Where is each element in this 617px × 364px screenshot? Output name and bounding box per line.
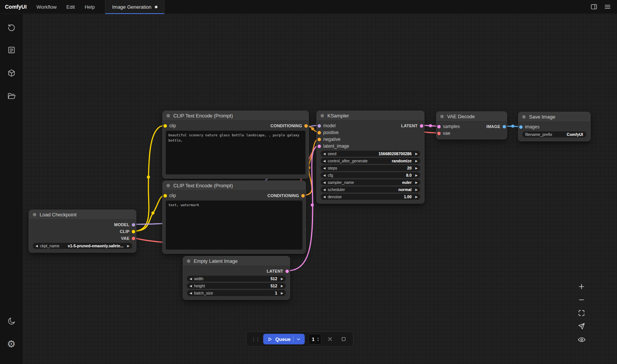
- tab-image-generation[interactable]: Image Generation: [105, 0, 165, 14]
- zoom-in-button[interactable]: [576, 282, 587, 291]
- node-header[interactable]: CLIP Text Encode (Prompt): [163, 111, 308, 121]
- widget-steps[interactable]: ◀ steps 20 ▶: [321, 165, 420, 171]
- widget-scheduler[interactable]: ◀ scheduler normal ▶: [321, 187, 420, 193]
- input-port-positive[interactable]: [318, 131, 321, 134]
- collapse-toggle-icon[interactable]: [321, 114, 324, 117]
- node-header[interactable]: VAE Decode: [437, 112, 507, 122]
- output-port-conditioning[interactable]: [301, 194, 305, 197]
- drag-handle-icon[interactable]: ⋮⋮: [251, 336, 259, 342]
- workflows-folder-icon[interactable]: [3, 88, 20, 104]
- output-port-image[interactable]: [503, 125, 506, 128]
- history-icon[interactable]: [3, 19, 20, 35]
- hamburger-menu-icon[interactable]: [602, 1, 613, 12]
- prev-value-icon[interactable]: ◀: [323, 159, 327, 163]
- output-port-latent[interactable]: [420, 124, 423, 128]
- node-header[interactable]: Load Checkpoint: [29, 210, 136, 220]
- collapse-toggle-icon[interactable]: [33, 213, 36, 216]
- node-ksampler[interactable]: KSampler model LATENT positive negative: [316, 111, 424, 204]
- zoom-out-button[interactable]: [576, 295, 587, 304]
- prompt-text-area[interactable]: text, watermark: [166, 201, 302, 250]
- prev-value-icon[interactable]: ◀: [190, 292, 194, 295]
- interrupt-button[interactable]: [325, 334, 335, 344]
- next-value-icon[interactable]: ▶: [413, 174, 418, 177]
- node-header[interactable]: KSampler: [317, 111, 424, 121]
- theme-toggle-moon-icon[interactable]: [3, 313, 20, 329]
- next-value-icon[interactable]: ▶: [413, 167, 418, 170]
- select-mode-button[interactable]: [576, 322, 587, 331]
- collapse-toggle-icon[interactable]: [440, 115, 444, 118]
- node-header[interactable]: Save Image: [518, 112, 590, 122]
- widget-denoise[interactable]: ◀ denoise 1.00 ▶: [321, 194, 420, 200]
- toggle-visibility-button[interactable]: [576, 335, 587, 344]
- input-port-clip[interactable]: [164, 194, 167, 197]
- prev-value-icon[interactable]: ◀: [190, 277, 194, 281]
- toggle-panel-icon[interactable]: [588, 1, 600, 12]
- next-value-icon[interactable]: ▶: [279, 284, 283, 288]
- widget-filename-prefix[interactable]: filename_prefix ComfyUI: [522, 131, 586, 137]
- model-library-icon[interactable]: [3, 65, 20, 81]
- collapse-toggle-icon[interactable]: [187, 259, 190, 263]
- collapse-toggle-icon[interactable]: [167, 184, 170, 187]
- output-port-conditioning[interactable]: [304, 124, 308, 128]
- input-port-vae[interactable]: [437, 132, 441, 135]
- node-header[interactable]: Empty Latent Image: [183, 256, 290, 266]
- next-value-icon[interactable]: ▶: [413, 195, 418, 199]
- next-value-icon[interactable]: ▶: [413, 159, 418, 163]
- node-vae-decode[interactable]: VAE Decode samples IMAGE vae: [436, 111, 507, 139]
- batch-count-stepper[interactable]: 1 ▴ ▾: [308, 334, 321, 344]
- prev-value-icon[interactable]: ◀: [35, 244, 40, 248]
- fit-view-button[interactable]: [576, 308, 587, 318]
- widget-sampler-name[interactable]: ◀ sampler_name euler ▶: [321, 179, 420, 185]
- prev-value-icon[interactable]: ◀: [323, 174, 327, 177]
- prev-value-icon[interactable]: ◀: [323, 188, 327, 191]
- prev-value-icon[interactable]: ◀: [323, 195, 327, 199]
- menu-help[interactable]: Help: [80, 0, 100, 14]
- widget-cfg[interactable]: ◀ cfg 8.0 ▶: [321, 172, 420, 178]
- prev-value-icon[interactable]: ◀: [190, 284, 194, 288]
- node-canvas[interactable]: Load Checkpoint MODEL CLIP VAE ◀ ckpt_na…: [23, 14, 617, 364]
- menu-workflow[interactable]: Workflow: [32, 0, 62, 14]
- next-value-icon[interactable]: ▶: [413, 181, 418, 184]
- widget-width[interactable]: ◀ width 512 ▶: [187, 276, 286, 282]
- input-port-model[interactable]: [318, 124, 321, 128]
- collapse-toggle-icon[interactable]: [522, 115, 526, 119]
- widget-control-after-generate[interactable]: ◀ control_after_generate randomize ▶: [321, 158, 420, 164]
- node-clip-text-encode-positive[interactable]: CLIP Text Encode (Prompt) clip CONDITION…: [162, 111, 309, 179]
- menu-edit[interactable]: Edit: [62, 0, 80, 14]
- settings-gear-icon[interactable]: ⚙: [3, 336, 20, 352]
- output-port-vae[interactable]: [132, 237, 135, 240]
- prev-value-icon[interactable]: ◀: [323, 152, 327, 156]
- node-save-image[interactable]: Save Image images filename_prefix ComfyU…: [518, 112, 591, 141]
- node-header[interactable]: CLIP Text Encode (Prompt): [163, 181, 305, 191]
- input-port-negative[interactable]: [318, 138, 321, 141]
- input-port-latent-image[interactable]: [318, 145, 321, 148]
- widget-seed[interactable]: ◀ seed 156680208700286 ▶: [321, 151, 420, 157]
- collapse-toggle-icon[interactable]: [167, 114, 170, 117]
- increment-icon[interactable]: ▴: [317, 336, 319, 339]
- next-value-icon[interactable]: ▶: [125, 244, 130, 248]
- clear-queue-button[interactable]: [339, 334, 349, 344]
- widget-height[interactable]: ◀ height 512 ▶: [187, 283, 286, 289]
- queue-icon[interactable]: [3, 42, 20, 58]
- prompt-text-area[interactable]: beautiful scenery nature glass bottle la…: [166, 131, 305, 174]
- output-port-clip[interactable]: [132, 230, 135, 233]
- node-clip-text-encode-negative[interactable]: CLIP Text Encode (Prompt) clip CONDITION…: [162, 180, 306, 254]
- input-port-clip[interactable]: [164, 124, 167, 128]
- widget-ckpt-name[interactable]: ◀ ckpt_name v1-5-pruned-emaonly.safete..…: [33, 243, 132, 249]
- widget-batch-size[interactable]: ◀ batch_size 1 ▶: [187, 290, 286, 296]
- node-empty-latent-image[interactable]: Empty Latent Image LATENT ◀ width 512 ▶ …: [183, 256, 290, 300]
- next-value-icon[interactable]: ▶: [279, 277, 283, 281]
- app-logo[interactable]: ComfyUI: [0, 4, 32, 10]
- output-port-latent[interactable]: [285, 270, 289, 273]
- prev-value-icon[interactable]: ◀: [323, 181, 327, 184]
- next-value-icon[interactable]: ▶: [413, 188, 418, 191]
- queue-button[interactable]: Queue: [263, 334, 305, 344]
- next-value-icon[interactable]: ▶: [413, 152, 418, 156]
- output-port-model[interactable]: [132, 223, 135, 227]
- input-port-images[interactable]: [519, 125, 523, 129]
- next-value-icon[interactable]: ▶: [279, 292, 283, 295]
- chevron-down-icon[interactable]: [296, 337, 301, 342]
- decrement-icon[interactable]: ▾: [317, 339, 319, 342]
- input-port-samples[interactable]: [437, 125, 441, 128]
- node-load-checkpoint[interactable]: Load Checkpoint MODEL CLIP VAE ◀ ckpt_na…: [29, 210, 136, 253]
